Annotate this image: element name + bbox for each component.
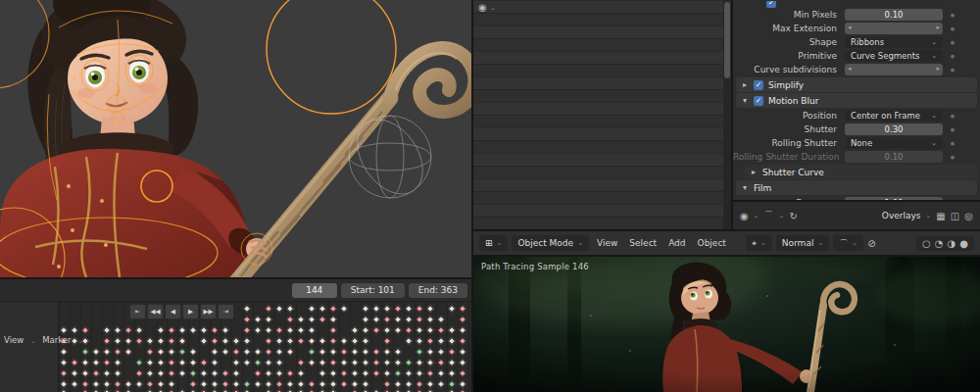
keyframe-layer[interactable] [59, 302, 471, 392]
keyframe-diamond[interactable] [81, 359, 89, 367]
magnet-icon[interactable]: ⌒ [764, 209, 774, 222]
keyframe-diamond[interactable] [103, 369, 111, 377]
keyframe-diamond[interactable] [297, 369, 305, 377]
keyframe-diamond[interactable] [437, 380, 445, 388]
keyframe-diamond[interactable] [329, 326, 337, 334]
keyframe-diamond[interactable] [308, 359, 316, 367]
keyframe-diamond[interactable] [426, 316, 434, 323]
keyframe-diamond[interactable] [265, 380, 272, 388]
keyframe-diamond[interactable] [114, 380, 122, 388]
keyframe-diamond[interactable] [135, 337, 143, 345]
keyframe-diamond[interactable] [448, 305, 456, 313]
keyframe-diamond[interactable] [286, 316, 294, 323]
keyframe-diamond[interactable] [437, 348, 445, 356]
channel-region[interactable]: View ⌄ Marker ⌄ [0, 302, 59, 392]
next-keyframe-button[interactable]: ▶▶ [200, 304, 217, 319]
keyframe-diamond[interactable] [286, 369, 294, 377]
keyframe-diamond[interactable] [383, 359, 391, 367]
keyframe-diamond[interactable] [329, 316, 337, 323]
keyframe-diamond[interactable] [200, 326, 208, 334]
checkbox-checked[interactable]: ✓ [766, 1, 776, 8]
shutter-slider[interactable]: 0.30 [845, 123, 943, 135]
keyframe-diamond[interactable] [265, 369, 272, 377]
keyframe-diamond[interactable] [265, 316, 272, 323]
panel-header-film[interactable]: ▾ Film [736, 180, 977, 195]
keyframe-diamond[interactable] [146, 337, 154, 345]
decorator-dot[interactable]: ● [943, 126, 962, 132]
keyframe-diamond[interactable] [297, 380, 305, 388]
keyframe-diamond[interactable] [372, 305, 380, 313]
keyframe-diamond[interactable] [372, 316, 380, 323]
keyframe-diamond[interactable] [416, 337, 423, 345]
keyframe-diamond[interactable] [103, 326, 111, 334]
frame-end-field[interactable]: End: 363 [409, 283, 467, 298]
keyframe-diamond[interactable] [232, 337, 240, 345]
keyframe-diamond[interactable] [426, 359, 434, 367]
keyframe-diamond[interactable] [362, 359, 369, 367]
keyframe-diamond[interactable] [92, 359, 100, 367]
keyframe-diamond[interactable] [286, 348, 294, 356]
keyframe-diamond[interactable] [221, 337, 229, 345]
keyframe-diamond[interactable] [114, 369, 122, 377]
keyframe-diamond[interactable] [318, 380, 326, 388]
keyframe-diamond[interactable] [254, 380, 262, 388]
keyframe-diamond[interactable] [114, 337, 122, 345]
matcap-icon[interactable]: ◎ [964, 211, 973, 221]
chevron-down-icon[interactable]: ⌄ [925, 212, 931, 220]
editor-separator[interactable] [731, 0, 733, 231]
keyframe-diamond[interactable] [448, 348, 456, 356]
keyframe-diamond[interactable] [437, 316, 445, 323]
keyframe-diamond[interactable] [437, 369, 445, 377]
shading-rendered-icon[interactable]: ● [959, 238, 968, 249]
keyframe-diamond[interactable] [351, 380, 359, 388]
keyframe-diamond[interactable] [275, 359, 283, 367]
keyframe-diamond[interactable] [416, 380, 423, 388]
keyframe-diamond[interactable] [286, 305, 294, 313]
keyframe-diamond[interactable] [416, 305, 423, 313]
keyframe-diamond[interactable] [92, 348, 100, 356]
keyframe-diamond[interactable] [318, 348, 326, 356]
keyframe-diamond[interactable] [71, 369, 78, 377]
keyframe-diamond[interactable] [340, 369, 348, 377]
keyframe-diamond[interactable] [426, 337, 434, 345]
menu-view[interactable]: View [4, 335, 24, 345]
panel-header-motion-blur[interactable]: ▾ ✓ Motion Blur [736, 93, 977, 108]
play-reverse-button[interactable]: ◀ [165, 304, 181, 319]
rolling-shutter-dropdown[interactable]: None ⌄ [845, 137, 943, 149]
keyframe-diamond[interactable] [297, 326, 305, 334]
keyframe-diamond[interactable] [114, 326, 122, 334]
simplify-checkbox[interactable]: ✓ [754, 80, 763, 90]
keyframe-diamond[interactable] [308, 337, 316, 345]
keyframe-diamond[interactable] [318, 305, 326, 313]
keyframe-diamond[interactable] [232, 369, 240, 377]
keyframe-diamond[interactable] [286, 380, 294, 388]
keyframe-diamond[interactable] [124, 380, 132, 388]
jump-to-end-button[interactable]: ⇥ [218, 304, 234, 319]
keyframe-diamond[interactable] [351, 359, 359, 367]
keyframe-diamond[interactable] [157, 380, 165, 388]
keyframe-diamond[interactable] [135, 369, 143, 377]
keyframe-diamond[interactable] [351, 348, 359, 356]
keyframe-diamond[interactable] [135, 326, 143, 334]
keyframe-diamond[interactable] [426, 369, 434, 377]
keyframe-diamond[interactable] [362, 326, 369, 334]
grid-icon[interactable]: ▦ [936, 211, 945, 221]
frame-start-field[interactable]: Start: 101 [341, 283, 405, 298]
keyframe-diamond[interactable] [459, 316, 466, 323]
keyframe-diamond[interactable] [103, 348, 111, 356]
keyframe-diamond[interactable] [211, 369, 219, 377]
keyframe-diamond[interactable] [157, 359, 165, 367]
decorator-dot[interactable]: ● [943, 113, 962, 119]
decorator-dot[interactable]: ● [943, 140, 962, 146]
decorator-dot[interactable]: ● [943, 67, 962, 73]
snap-button[interactable]: ⌒ ⌄ [833, 235, 863, 251]
decorator-dot[interactable]: ● [943, 39, 962, 45]
keyframe-diamond[interactable] [329, 359, 337, 367]
keyframe-diamond[interactable] [275, 380, 283, 388]
keyframe-diamond[interactable] [254, 359, 262, 367]
keyframe-diamond[interactable] [135, 359, 143, 367]
keyframe-diamond[interactable] [372, 359, 380, 367]
keyframe-diamond[interactable] [416, 359, 423, 367]
keyframe-diamond[interactable] [168, 337, 175, 345]
keyframe-diamond[interactable] [459, 326, 466, 334]
